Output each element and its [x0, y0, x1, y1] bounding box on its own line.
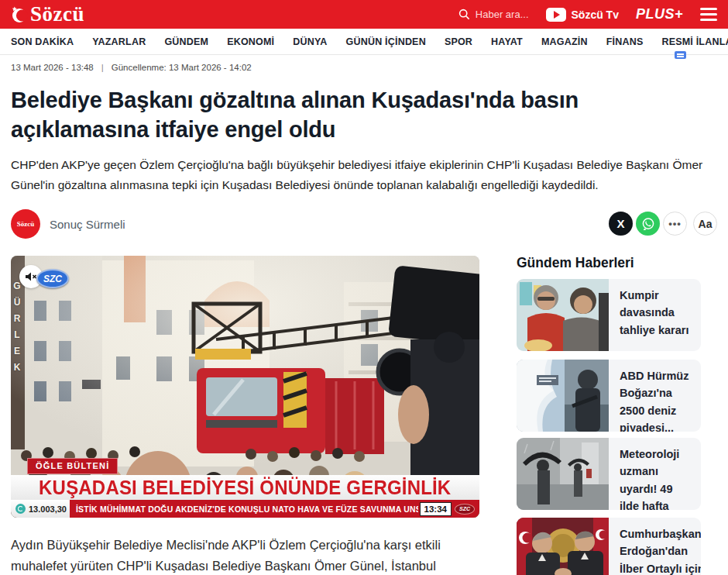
sidebar-card-kumpir[interactable]: Kumpir davasında tahliye kararı	[517, 279, 701, 351]
article-summary: CHP'den AKP'ye geçen Özlem Çerçioğlu'na …	[11, 155, 717, 195]
search-icon	[458, 9, 470, 20]
sidebar-card-meteoroloji[interactable]: Meteoroloji uzmanı uyardı! 49 ilde hafta…	[517, 438, 701, 510]
sidebar-card-meteoroloji-image	[517, 438, 609, 510]
bulletin-badge: ÖĞLE BÜLTENİ	[27, 458, 118, 474]
sidebar-card-hurmuz[interactable]: ABD Hürmüz Boğazı'na 2500 deniz piyadesi…	[517, 360, 701, 432]
news-ticker: 13.003,30 ▼ İSTİK MÜHİMMAT DOĞU AKDENİZ'…	[11, 500, 479, 518]
video-banner-text: KUŞADASI BELEDİYESİ ÖNÜNDE GERGİNLİK	[39, 476, 451, 499]
ticker-timestamp: 13:34	[420, 502, 452, 516]
nav-item-gundem[interactable]: GÜNDEM	[164, 36, 208, 47]
share-x-button[interactable]: X	[609, 212, 633, 236]
index-icon	[15, 504, 26, 514]
page: Sözcü Haber ara... Sözcü Tv PLUS+ SON DA…	[0, 0, 728, 575]
nav-item-ekonomi[interactable]: EKONOMİ	[227, 36, 274, 47]
font-size-button[interactable]: Aa	[693, 212, 717, 236]
nav-item-son-dakika[interactable]: SON DAKİKA	[11, 36, 74, 47]
nav-item-magazin[interactable]: MAGAZİN	[541, 36, 588, 47]
sozcu-tv-button[interactable]: Sözcü Tv	[546, 8, 619, 22]
nav-item-finans[interactable]: FİNANS	[606, 36, 644, 47]
sidebar-card-erdogan-image	[517, 518, 609, 575]
nav-item-dunya[interactable]: DÜNYA	[293, 36, 327, 47]
sidebar-card-erdogan[interactable]: Cumhurbaşkanı Erdoğan'dan İlber Ortaylı …	[517, 518, 701, 575]
nav-item-resmi-ilanlar[interactable]: RESMİ İLANLAR	[661, 36, 728, 47]
nav-item-gunun-icinden[interactable]: GÜNÜN İÇİNDEN	[346, 36, 426, 47]
channel-watermark: SZC	[36, 269, 69, 288]
logo-text: Sözcü	[30, 4, 84, 25]
sidebar-card-hurmuz-image	[517, 360, 609, 432]
share-more-button[interactable]: •••	[663, 212, 687, 236]
author-row: Sözcü Sonuç Sürmeli	[11, 209, 125, 239]
video-banner: KUŞADASI BELEDİYESİ ÖNÜNDE GERGİNLİK	[11, 475, 479, 500]
crescent-star-icon	[11, 5, 28, 24]
share-bar: X ••• Aa	[609, 212, 717, 236]
ticker-channel-logo: SZC	[455, 504, 475, 515]
article-body: Aydın Büyükşehir Belediye Meclisi'nde AK…	[11, 535, 480, 575]
sozcu-tv-label: Sözcü Tv	[572, 9, 619, 21]
article-title: Belediye Başkanı gözaltına alınan Kuşada…	[11, 85, 654, 145]
browser-widget-icon[interactable]	[675, 51, 686, 59]
sidebar-card-title: ABD Hürmüz Boğazı'na 2500 deniz piyadesi…	[609, 360, 701, 432]
plus-button[interactable]: PLUS+	[636, 6, 683, 22]
sidebar-card-title: Cumhurbaşkanı Erdoğan'dan İlber Ortaylı …	[609, 518, 701, 575]
header-actions: Haber ara... Sözcü Tv PLUS+	[458, 0, 717, 29]
share-whatsapp-button[interactable]	[636, 212, 660, 236]
main-nav: SON DAKİKA YAZARLAR GÜNDEM EKONOMİ DÜNYA…	[0, 29, 728, 55]
ticker-strip: İSTİK MÜHİMMAT DOĞU AKDENİZ'DE KONUŞLU N…	[70, 500, 479, 518]
author-avatar: Sözcü	[11, 209, 40, 239]
index-value: 13.003,30	[29, 504, 67, 514]
search-placeholder: Haber ara...	[476, 9, 529, 20]
whatsapp-icon	[641, 217, 655, 231]
published-date: 13 Mart 2026 - 13:48	[11, 63, 94, 72]
ticker-text: İSTİK MÜHİMMAT DOĞU AKDENİZ'DE KONUŞLU N…	[70, 504, 418, 514]
author-name: Sonuç Sürmeli	[50, 218, 125, 231]
sidebar-card-title: Meteoroloji uzmanı uyardı! 49 ilde hafta…	[609, 438, 701, 510]
date-separator: |	[101, 63, 104, 72]
updated-date: Güncellenme: 13 Mart 2026 - 14:02	[112, 63, 252, 72]
site-logo[interactable]: Sözcü	[11, 4, 84, 25]
building-sign-text: GÜRLEK	[12, 281, 22, 378]
dateline: 13 Mart 2026 - 13:48 | Güncellenme: 13 M…	[11, 63, 252, 72]
sidebar-title: Gündem Haberleri	[517, 255, 634, 271]
muted-speaker-icon	[25, 271, 37, 282]
play-icon	[546, 8, 566, 22]
ticker-index: 13.003,30 ▼	[11, 500, 70, 518]
video-player[interactable]: SZC GÜRLEK ÖĞLE BÜLTENİ KUŞADASI BELEDİY…	[11, 256, 479, 518]
search-button[interactable]: Haber ara...	[458, 9, 529, 20]
nav-item-hayat[interactable]: HAYAT	[491, 36, 523, 47]
site-header: Sözcü Haber ara... Sözcü Tv PLUS+	[0, 0, 728, 29]
nav-item-spor[interactable]: SPOR	[445, 36, 472, 47]
nav-item-yazarlar[interactable]: YAZARLAR	[92, 36, 146, 47]
sidebar-card-kumpir-image	[517, 279, 609, 351]
menu-icon[interactable]	[700, 5, 717, 24]
sidebar-card-title: Kumpir davasında tahliye kararı	[609, 279, 701, 351]
